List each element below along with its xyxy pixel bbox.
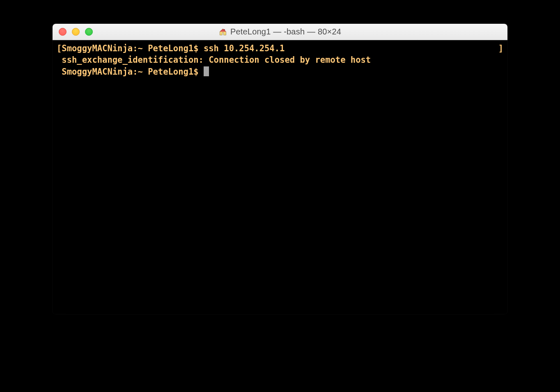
traffic-lights [53,28,93,36]
zoom-button[interactable] [85,28,93,36]
terminal-window: PeteLong1 — -bash — 80×24 [ SmoggyMACNin… [53,24,507,314]
home-icon [219,28,227,36]
command-text: ssh 10.254.254.1 [204,43,285,53]
terminal-line-1: [ SmoggyMACNinja:~ PeteLong1$ ssh 10.254… [57,43,503,54]
bracket-left: [ [57,43,62,54]
title-bar[interactable]: PeteLong1 — -bash — 80×24 [53,24,507,40]
prompt-text: SmoggyMACNinja:~ PeteLong1$ [62,43,204,53]
close-button[interactable] [59,28,67,36]
output-text: ssh_exchange_identification: Connection … [62,55,371,65]
prompt-text: SmoggyMACNinja:~ PeteLong1$ [62,67,204,77]
window-title: PeteLong1 — -bash — 80×24 [230,27,341,36]
terminal-body[interactable]: [ SmoggyMACNinja:~ PeteLong1$ ssh 10.254… [53,40,507,314]
title-content: PeteLong1 — -bash — 80×24 [53,27,507,36]
cursor-block [204,66,209,76]
bracket-right: ] [498,43,503,54]
terminal-line-3: SmoggyMACNinja:~ PeteLong1$ [57,66,503,77]
terminal-line-2: ssh_exchange_identification: Connection … [57,54,503,66]
svg-rect-0 [224,29,225,31]
minimize-button[interactable] [72,28,80,36]
